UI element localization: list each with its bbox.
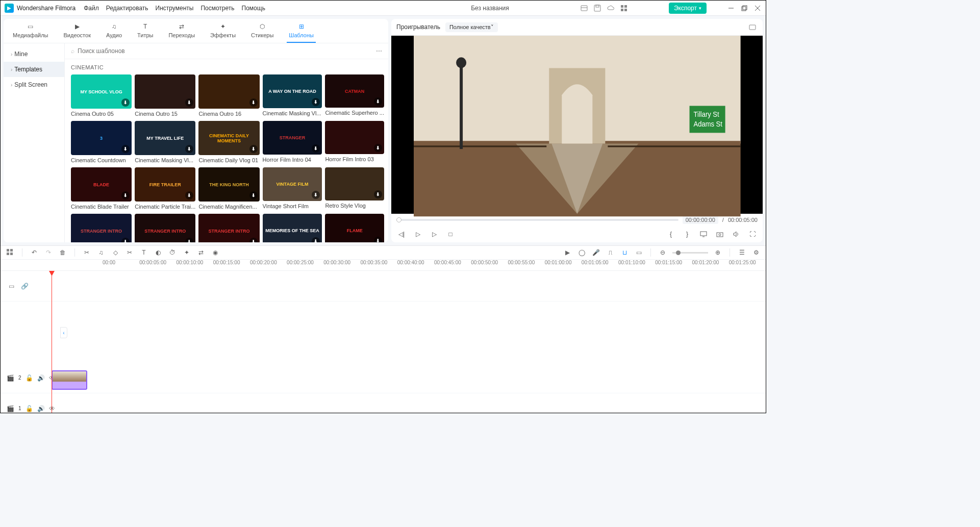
brace-close-icon[interactable]: } <box>682 229 692 239</box>
download-icon[interactable]: ⬇ <box>185 98 193 107</box>
template-card[interactable]: ⬇Retro Style Vlog <box>325 167 384 210</box>
layout-icon[interactable] <box>580 4 588 12</box>
download-icon[interactable]: ⬇ <box>249 191 258 199</box>
text-button[interactable]: T <box>139 248 148 257</box>
magnet-icon[interactable]: ⊔ <box>620 248 629 257</box>
template-card[interactable]: CATMAN⬇Cinematic Superhero ... <box>325 74 384 117</box>
seek-bar[interactable] <box>396 219 679 221</box>
zoom-in-button[interactable]: ⊕ <box>713 248 722 257</box>
template-card[interactable]: BLADE⬇Cinematic Blade Trailer <box>71 167 132 210</box>
template-card[interactable]: ⬇Horror Film Intro 03 <box>325 121 384 163</box>
download-icon[interactable]: ⬇ <box>121 98 130 107</box>
color-icon[interactable]: ◐ <box>154 248 163 257</box>
download-icon[interactable]: ⬇ <box>121 145 130 153</box>
tab-переходы[interactable]: ⇄Переходы <box>166 22 197 43</box>
mute-icon[interactable]: 🔊 <box>37 404 45 413</box>
mic-icon[interactable]: 🎤 <box>591 248 600 257</box>
tab-аудио[interactable]: ♫Аудио <box>104 22 124 43</box>
cloud-icon[interactable] <box>607 4 615 12</box>
menu-file[interactable]: Файл <box>84 5 99 12</box>
template-card[interactable]: STRANGER INTRO⬇Horror Film Intro 02 <box>71 214 132 242</box>
mixer-icon[interactable]: ⎍ <box>606 248 615 257</box>
sidebar-item-mine[interactable]: ›Mine <box>4 46 64 62</box>
track-manage-icon[interactable]: ▭ <box>7 282 16 291</box>
menu-help[interactable]: Помощь <box>242 5 265 12</box>
apps-icon[interactable] <box>6 248 15 257</box>
template-card[interactable]: STRANGER INTRO⬇Horror Film Intro 01 <box>198 214 259 242</box>
timeline-ruler[interactable]: 00:0000:00:05:0000:00:10:0000:00:15:0000… <box>1 260 766 271</box>
download-icon[interactable]: ⬇ <box>312 144 320 153</box>
crop-button[interactable]: ✂ <box>125 248 134 257</box>
delete-button[interactable]: 🗑 <box>58 248 67 257</box>
speed-button[interactable]: ⏱ <box>168 248 177 257</box>
save-icon[interactable] <box>593 4 601 12</box>
settings-icon[interactable]: ⚙ <box>751 248 761 257</box>
template-card[interactable]: MY SCHOOL VLOG⬇Cinema Outro 05 <box>71 74 132 117</box>
brace-open-icon[interactable]: { <box>666 229 676 239</box>
template-card[interactable]: ⬇Cinema Outro 16 <box>198 74 259 117</box>
menu-view[interactable]: Посмотреть <box>200 5 234 12</box>
template-card[interactable]: FIRE TRAILER⬇Cinematic Particle Trai... <box>135 167 195 210</box>
volume-icon[interactable] <box>731 229 741 239</box>
list-view-icon[interactable]: ☰ <box>737 248 746 257</box>
download-icon[interactable]: ⬇ <box>249 238 258 242</box>
template-card[interactable]: STRANGER⬇Horror Film Intro 04 <box>263 121 322 163</box>
video-track-1[interactable]: 🎬1 🔓 🔊 👁 <box>1 393 766 413</box>
template-card[interactable]: MEMORIES OF THE SEA⬇Cinematic Daily Vlog… <box>263 214 322 242</box>
download-icon[interactable]: ⬇ <box>312 237 320 242</box>
fullscreen-icon[interactable]: ⛶ <box>747 229 758 239</box>
download-icon[interactable]: ⬇ <box>249 145 258 153</box>
download-icon[interactable]: ⬇ <box>249 98 258 107</box>
display-icon[interactable] <box>698 229 709 239</box>
video-preview[interactable]: Tillary St Adams St <box>391 36 763 214</box>
tab-шаблоны[interactable]: ⊞Шаблоны <box>287 22 316 43</box>
cut-button[interactable]: ✂ <box>82 248 91 257</box>
apps-icon[interactable] <box>620 4 628 12</box>
minimize-button[interactable] <box>727 4 735 12</box>
redo-button[interactable]: ↷ <box>44 248 53 257</box>
maximize-button[interactable] <box>740 4 748 12</box>
keyframe-icon[interactable]: ◉ <box>211 248 220 257</box>
playhead[interactable] <box>52 271 52 413</box>
close-button[interactable] <box>753 4 762 12</box>
download-icon[interactable]: ⬇ <box>312 98 320 106</box>
video-track-2[interactable]: 🎬2 🔓 🔊 👁 <box>1 363 766 393</box>
template-card[interactable]: STRANGER INTRO⬇Horror Film Intro 05 <box>135 214 195 242</box>
adjust-icon[interactable]: ⇄ <box>196 248 206 257</box>
download-icon[interactable]: ⬇ <box>374 97 382 106</box>
timeline-tracks[interactable]: ▭ 🔗 🎬2 🔓 🔊 👁 🎬1 🔓 🔊 👁 <box>1 271 766 413</box>
music-icon[interactable]: ♫ <box>96 248 106 257</box>
download-icon[interactable]: ⬇ <box>374 237 382 242</box>
download-icon[interactable]: ⬇ <box>185 238 193 242</box>
download-icon[interactable]: ⬇ <box>312 191 320 199</box>
tab-стикеры[interactable]: ⬡Стикеры <box>249 22 275 43</box>
timeline-clip[interactable] <box>52 370 87 390</box>
zoom-out-button[interactable]: ⊖ <box>658 248 667 257</box>
tab-эффекты[interactable]: ✦Эффекты <box>208 22 238 43</box>
shield-icon[interactable]: ◯ <box>577 248 586 257</box>
link-icon[interactable]: ▭ <box>634 248 643 257</box>
snapshot-icon[interactable] <box>747 22 758 32</box>
zoom-slider[interactable] <box>672 252 708 254</box>
tag-icon[interactable]: ◇ <box>111 248 120 257</box>
lock-icon[interactable]: 🔓 <box>26 404 33 413</box>
camera-icon[interactable] <box>715 229 725 239</box>
effects-icon[interactable]: ✦ <box>182 248 191 257</box>
template-card[interactable]: ⬇Cinema Outro 15 <box>135 74 195 117</box>
menu-edit[interactable]: Редактировать <box>106 5 148 12</box>
download-icon[interactable]: ⬇ <box>185 191 193 199</box>
download-icon[interactable]: ⬇ <box>185 145 193 153</box>
lock-icon[interactable]: 🔓 <box>26 373 33 383</box>
tab-медиафайлы[interactable]: ▭Медиафайлы <box>11 22 50 43</box>
sidebar-item-templates[interactable]: ›Templates <box>4 62 64 77</box>
more-icon[interactable]: ⋯ <box>376 47 382 55</box>
template-card[interactable]: VINTAGE FILM⬇Vintage Short Film <box>263 167 322 210</box>
mute-icon[interactable]: 🔊 <box>37 373 45 383</box>
marker-icon[interactable]: ▶ <box>563 248 572 257</box>
template-card[interactable]: FLAME⬇Cinematic Flame Trail... <box>325 214 384 242</box>
track-link-icon[interactable]: 🔗 <box>20 282 29 291</box>
download-icon[interactable]: ⬇ <box>374 144 382 152</box>
play-button[interactable]: ▷ <box>413 229 423 239</box>
export-button[interactable]: Экспорт▾ <box>669 3 707 14</box>
undo-button[interactable]: ↶ <box>30 248 39 257</box>
